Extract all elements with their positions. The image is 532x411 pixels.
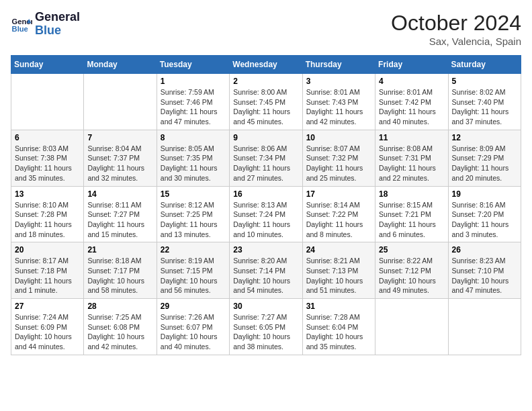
day-number: 11 [379, 133, 444, 142]
weekday-header: Saturday [448, 56, 521, 74]
day-number: 28 [87, 302, 152, 311]
calendar-cell: 17Sunrise: 8:14 AM Sunset: 7:22 PM Dayli… [302, 186, 375, 242]
day-info: Sunrise: 8:16 AM Sunset: 7:20 PM Dayligh… [452, 200, 517, 240]
calendar-cell: 20Sunrise: 8:17 AM Sunset: 7:18 PM Dayli… [11, 242, 84, 299]
calendar-cell: 16Sunrise: 8:13 AM Sunset: 7:24 PM Dayli… [230, 186, 302, 242]
day-number: 13 [15, 189, 80, 199]
day-number: 19 [452, 189, 517, 199]
day-number: 22 [161, 245, 226, 255]
calendar-cell: 25Sunrise: 8:22 AM Sunset: 7:12 PM Dayli… [375, 242, 448, 299]
calendar-cell [375, 299, 448, 355]
day-info: Sunrise: 8:18 AM Sunset: 7:17 PM Dayligh… [87, 256, 152, 295]
calendar-week-row: 27Sunrise: 7:24 AM Sunset: 6:09 PM Dayli… [11, 299, 521, 355]
calendar-cell: 11Sunrise: 8:08 AM Sunset: 7:31 PM Dayli… [375, 130, 448, 186]
day-number: 21 [87, 245, 152, 255]
day-info: Sunrise: 8:12 AM Sunset: 7:25 PM Dayligh… [161, 200, 226, 240]
day-info: Sunrise: 7:24 AM Sunset: 6:09 PM Dayligh… [15, 312, 80, 352]
day-number: 27 [15, 302, 80, 311]
logo: General Blue General Blue [11, 11, 80, 38]
day-info: Sunrise: 8:09 AM Sunset: 7:29 PM Dayligh… [452, 144, 517, 183]
svg-text:Blue: Blue [12, 25, 28, 33]
day-number: 18 [379, 189, 444, 199]
calendar-week-row: 1Sunrise: 7:59 AM Sunset: 7:46 PM Daylig… [11, 74, 521, 130]
day-info: Sunrise: 7:26 AM Sunset: 6:07 PM Dayligh… [161, 312, 226, 352]
calendar-cell: 24Sunrise: 8:21 AM Sunset: 7:13 PM Dayli… [302, 242, 375, 299]
calendar-cell: 1Sunrise: 7:59 AM Sunset: 7:46 PM Daylig… [157, 74, 229, 130]
day-info: Sunrise: 7:27 AM Sunset: 6:05 PM Dayligh… [233, 312, 298, 352]
day-number: 12 [452, 133, 517, 142]
calendar-cell: 30Sunrise: 7:27 AM Sunset: 6:05 PM Dayli… [230, 299, 302, 355]
day-info: Sunrise: 8:10 AM Sunset: 7:28 PM Dayligh… [15, 200, 80, 240]
weekday-header: Wednesday [230, 56, 302, 74]
weekday-header-row: SundayMondayTuesdayWednesdayThursdayFrid… [11, 56, 521, 74]
month-title: October 2024 [391, 11, 521, 36]
calendar-cell: 5Sunrise: 8:02 AM Sunset: 7:40 PM Daylig… [448, 74, 521, 130]
calendar-cell [11, 74, 84, 130]
day-number: 9 [233, 133, 298, 142]
day-number: 3 [306, 77, 371, 86]
calendar-cell: 21Sunrise: 8:18 AM Sunset: 7:17 PM Dayli… [84, 242, 157, 299]
day-number: 6 [15, 133, 80, 142]
day-info: Sunrise: 8:01 AM Sunset: 7:42 PM Dayligh… [379, 87, 444, 127]
day-number: 8 [161, 133, 226, 142]
title-block: October 2024 Sax, Valencia, Spain [391, 11, 521, 47]
page-header: General Blue General Blue October 2024 S… [11, 11, 521, 47]
calendar-cell: 3Sunrise: 8:01 AM Sunset: 7:43 PM Daylig… [302, 74, 375, 130]
calendar-cell: 22Sunrise: 8:19 AM Sunset: 7:15 PM Dayli… [157, 242, 229, 299]
calendar-cell: 2Sunrise: 8:00 AM Sunset: 7:45 PM Daylig… [230, 74, 302, 130]
day-number: 31 [306, 302, 371, 311]
day-number: 17 [306, 189, 371, 199]
day-number: 10 [306, 133, 371, 142]
day-number: 25 [379, 245, 444, 255]
weekday-header: Friday [375, 56, 448, 74]
calendar-cell: 26Sunrise: 8:23 AM Sunset: 7:10 PM Dayli… [448, 242, 521, 299]
day-info: Sunrise: 8:08 AM Sunset: 7:31 PM Dayligh… [379, 144, 444, 183]
calendar-cell: 12Sunrise: 8:09 AM Sunset: 7:29 PM Dayli… [448, 130, 521, 186]
day-info: Sunrise: 8:07 AM Sunset: 7:32 PM Dayligh… [306, 144, 371, 183]
day-info: Sunrise: 8:17 AM Sunset: 7:18 PM Dayligh… [15, 256, 80, 295]
calendar-cell: 14Sunrise: 8:11 AM Sunset: 7:27 PM Dayli… [84, 186, 157, 242]
calendar-cell [448, 299, 521, 355]
day-number: 23 [233, 245, 298, 255]
calendar-cell: 29Sunrise: 7:26 AM Sunset: 6:07 PM Dayli… [157, 299, 229, 355]
day-info: Sunrise: 8:20 AM Sunset: 7:14 PM Dayligh… [233, 256, 298, 295]
logo-text: General Blue [35, 11, 80, 38]
calendar-week-row: 6Sunrise: 8:03 AM Sunset: 7:38 PM Daylig… [11, 130, 521, 186]
day-info: Sunrise: 8:11 AM Sunset: 7:27 PM Dayligh… [87, 200, 152, 240]
calendar-cell: 18Sunrise: 8:15 AM Sunset: 7:21 PM Dayli… [375, 186, 448, 242]
calendar: SundayMondayTuesdayWednesdayThursdayFrid… [11, 55, 521, 355]
calendar-cell: 19Sunrise: 8:16 AM Sunset: 7:20 PM Dayli… [448, 186, 521, 242]
day-info: Sunrise: 8:01 AM Sunset: 7:43 PM Dayligh… [306, 87, 371, 127]
day-number: 29 [161, 302, 226, 311]
calendar-cell: 4Sunrise: 8:01 AM Sunset: 7:42 PM Daylig… [375, 74, 448, 130]
day-info: Sunrise: 8:19 AM Sunset: 7:15 PM Dayligh… [161, 256, 226, 295]
day-number: 2 [233, 77, 298, 86]
day-info: Sunrise: 7:28 AM Sunset: 6:04 PM Dayligh… [306, 312, 371, 352]
calendar-cell: 28Sunrise: 7:25 AM Sunset: 6:08 PM Dayli… [84, 299, 157, 355]
calendar-cell: 6Sunrise: 8:03 AM Sunset: 7:38 PM Daylig… [11, 130, 84, 186]
weekday-header: Thursday [302, 56, 375, 74]
day-number: 14 [87, 189, 152, 199]
calendar-cell: 27Sunrise: 7:24 AM Sunset: 6:09 PM Dayli… [11, 299, 84, 355]
calendar-cell: 10Sunrise: 8:07 AM Sunset: 7:32 PM Dayli… [302, 130, 375, 186]
day-info: Sunrise: 8:13 AM Sunset: 7:24 PM Dayligh… [233, 200, 298, 240]
calendar-cell: 31Sunrise: 7:28 AM Sunset: 6:04 PM Dayli… [302, 299, 375, 355]
day-number: 30 [233, 302, 298, 311]
day-number: 16 [233, 189, 298, 199]
day-info: Sunrise: 8:03 AM Sunset: 7:38 PM Dayligh… [15, 144, 80, 183]
location: Sax, Valencia, Spain [391, 36, 521, 47]
calendar-week-row: 13Sunrise: 8:10 AM Sunset: 7:28 PM Dayli… [11, 186, 521, 242]
logo-icon: General Blue [11, 13, 32, 35]
day-number: 15 [161, 189, 226, 199]
weekday-header: Sunday [11, 56, 84, 74]
weekday-header: Monday [84, 56, 157, 74]
day-number: 1 [161, 77, 226, 86]
day-info: Sunrise: 7:59 AM Sunset: 7:46 PM Dayligh… [161, 87, 226, 127]
day-number: 4 [379, 77, 444, 86]
calendar-cell: 13Sunrise: 8:10 AM Sunset: 7:28 PM Dayli… [11, 186, 84, 242]
weekday-header: Tuesday [157, 56, 229, 74]
calendar-cell: 9Sunrise: 8:06 AM Sunset: 7:34 PM Daylig… [230, 130, 302, 186]
day-info: Sunrise: 8:23 AM Sunset: 7:10 PM Dayligh… [452, 256, 517, 295]
calendar-week-row: 20Sunrise: 8:17 AM Sunset: 7:18 PM Dayli… [11, 242, 521, 299]
day-info: Sunrise: 8:02 AM Sunset: 7:40 PM Dayligh… [452, 87, 517, 127]
